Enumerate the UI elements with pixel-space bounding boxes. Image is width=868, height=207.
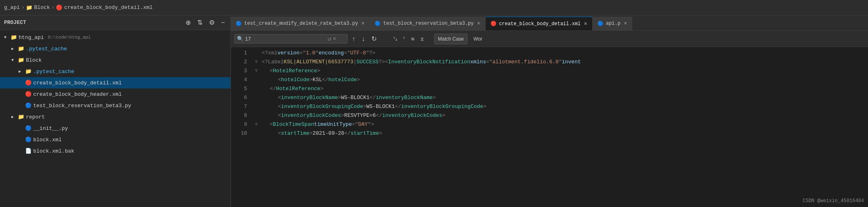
code-line-9: ▽ < BlockTimeSpan timeUnitType =" DAY ">: [255, 120, 868, 129]
line-num: 3: [231, 67, 247, 75]
sidebar-header: Project ⊕ ⇅ ⚙ −: [0, 15, 230, 30]
xml-icon: 🔴: [491, 21, 497, 27]
line-num: 2: [231, 58, 247, 67]
item-label: .pytest_cache: [33, 69, 74, 75]
fold-icon[interactable]: ▽: [255, 58, 262, 67]
search-filter-button[interactable]: ⧖: [419, 35, 425, 43]
py-icon: 🔵: [25, 125, 32, 132]
breadcrumb-file[interactable]: 🔴 create_block_body_detail.xml: [56, 4, 152, 11]
sidebar-item-block-xml[interactable]: 🔵 block.xml: [0, 134, 230, 145]
search-input-wrap: 🔍 ↺ ×: [234, 34, 348, 43]
code-line-3: ▽ < HotelReference >: [255, 67, 868, 75]
tab-close-icon[interactable]: ×: [624, 20, 627, 27]
search-input[interactable]: [245, 36, 326, 42]
folder-icon: 📁: [18, 114, 24, 120]
search-icon: 🔍: [237, 36, 243, 42]
tab-bar: 🔵 test_create_modify_delete_rate_beta3.p…: [231, 15, 868, 31]
tab-close-icon[interactable]: ×: [361, 20, 365, 27]
sidebar-title: Project: [4, 19, 26, 26]
item-label: test_block_reservation_beta3.py: [33, 103, 131, 109]
breadcrumb-folder[interactable]: 📁 Block: [26, 4, 50, 11]
line-num: 6: [231, 93, 247, 102]
tab-test-create-modify[interactable]: 🔵 test_create_modify_delete_rate_beta3.p…: [231, 17, 370, 30]
sidebar-item-create-block-body-detail[interactable]: 🔴 create_block_body_detail.xml: [0, 77, 230, 88]
item-label: block.xml: [33, 137, 62, 143]
tab-create-block-body-detail[interactable]: 🔴 create_block_body_detail.xml ×: [486, 17, 593, 30]
tab-label: test_block_reservation_beta3.py: [383, 21, 473, 26]
tab-close-icon[interactable]: ×: [477, 20, 480, 27]
breadcrumb-file-text: create_block_body_detail.xml: [64, 4, 152, 11]
code-editor: 1 2 3 4 5 6 7 8 9 10 <?xml version =" 1.…: [231, 47, 868, 207]
breadcrumb-root: g_api: [4, 4, 20, 11]
line-num: 7: [231, 102, 247, 111]
sidebar-item-block-xml-bak[interactable]: 📄 block.xml.bak: [0, 145, 230, 157]
settings-button[interactable]: ⚙: [207, 18, 216, 27]
line-num: 9: [231, 120, 247, 129]
tab-label: api.p: [606, 21, 621, 26]
py-icon: 🔵: [25, 102, 32, 109]
item-label: create_block_body_header.xml: [33, 91, 122, 97]
code-line-4: < hotelCode > KSL </ hotelCode >: [255, 75, 868, 84]
code-line-2: ▽ <?Label KSL|ALLOTMENT|66537773 | SUCCE…: [255, 58, 868, 67]
sidebar-item-pytest-cache-2[interactable]: ▶ 📁 .pytest_cache: [0, 66, 230, 77]
xml-icon: 🔵: [25, 136, 32, 143]
sidebar-item-create-block-body-header[interactable]: 🔴 create_block_body_header.xml: [0, 88, 230, 100]
breadcrumb-bar: g_api › 📁 Block › 🔴 create_block_body_de…: [0, 0, 868, 15]
code-line-6: < inventoryBlockName > WS-BLOCK1 </ inve…: [255, 93, 868, 102]
py-icon: 🔵: [236, 21, 242, 27]
sidebar-actions: ⊕ ⇅ ⚙ −: [184, 18, 226, 27]
code-line-8: < inventoryBlockCodes > RESVTYPE=6 </ in…: [255, 111, 868, 120]
new-file-button[interactable]: ⊕: [184, 18, 192, 27]
editor-area: 🔵 test_create_modify_delete_rate_beta3.p…: [231, 15, 868, 207]
py-icon: 🔵: [375, 21, 381, 27]
line-num: 4: [231, 75, 247, 84]
search-prev-button[interactable]: ↑: [350, 34, 357, 43]
folder-icon: 📁: [18, 57, 24, 63]
sidebar-item-pytest-cache-1[interactable]: ▶ 📁 .pytest_cache: [0, 43, 230, 54]
code-content[interactable]: <?xml version =" 1.0 " encoding =" UTF-8…: [251, 47, 868, 207]
search-option-2[interactable]: ᵀ: [401, 35, 407, 43]
whole-word-button[interactable]: Wor: [470, 34, 486, 44]
sidebar-item-test-block-reservation[interactable]: 🔵 test_block_reservation_beta3.py: [0, 100, 230, 111]
root-label: htng_api: [19, 34, 44, 41]
sidebar: Project ⊕ ⇅ ⚙ − ▼ 📁 htng_api D:\code\htn…: [0, 15, 231, 207]
item-label: create_block_body_detail.xml: [33, 80, 122, 86]
expand-icon: ▶: [11, 114, 16, 119]
code-line-10: < startTime > 2021-09-28 </ startTime >: [255, 129, 868, 138]
folder-icon: 📁: [18, 45, 24, 52]
item-label: report: [26, 114, 45, 120]
breadcrumb-folder-text: Block: [34, 4, 50, 11]
tab-test-block-reservation[interactable]: 🔵 test_block_reservation_beta3.py ×: [370, 17, 486, 30]
line-num: 5: [231, 84, 247, 93]
sidebar-item-root[interactable]: ▼ 📁 htng_api D:\code\htng_api: [0, 32, 230, 43]
fold-icon[interactable]: ▽: [255, 67, 262, 75]
sidebar-item-report[interactable]: ▶ 📁 report: [0, 111, 230, 123]
tab-close-icon[interactable]: ×: [584, 21, 587, 27]
xml-file-icon: 🔴: [56, 4, 62, 11]
code-line-7: < inventoryBlockGroupingCode > WS-BLOCK1…: [255, 102, 868, 111]
search-bar: 🔍 ↺ × ↑ ↓ ↻ ᵀ₁ ᵀ ≋ ⧖ Match Case Wor: [231, 31, 868, 47]
code-line-1: <?xml version =" 1.0 " encoding =" UTF-8…: [255, 49, 868, 58]
sidebar-item-block[interactable]: ▼ 📁 Block: [0, 54, 230, 66]
search-option-1[interactable]: ᵀ₁: [392, 35, 399, 43]
root-path: D:\code\htng_api: [48, 35, 91, 40]
close-search-icon[interactable]: ×: [333, 36, 336, 42]
close-sidebar-button[interactable]: −: [220, 18, 226, 27]
line-numbers: 1 2 3 4 5 6 7 8 9 10: [231, 47, 251, 207]
root-folder-icon: 📁: [11, 34, 17, 41]
item-label: __init__.py: [33, 125, 68, 132]
search-option-3[interactable]: ≋: [409, 35, 416, 43]
fold-icon[interactable]: ▽: [255, 120, 262, 129]
tab-api[interactable]: 🔵 api.p ×: [593, 17, 632, 30]
xml-icon: 🔴: [25, 91, 32, 97]
tab-label: test_create_modify_delete_rate_beta3.py: [244, 21, 358, 26]
sidebar-item-init-py[interactable]: 🔵 __init__.py: [0, 123, 230, 134]
expand-icon: ▼: [11, 58, 16, 63]
folder-icon: 📁: [26, 4, 32, 11]
clear-search-icon[interactable]: ↺: [328, 35, 331, 42]
line-num: 10: [231, 129, 247, 138]
match-case-button[interactable]: Match Case: [434, 34, 467, 44]
search-next-button[interactable]: ↓: [360, 34, 367, 43]
search-refresh-button[interactable]: ↻: [369, 34, 379, 43]
collapse-button[interactable]: ⇅: [196, 18, 204, 27]
